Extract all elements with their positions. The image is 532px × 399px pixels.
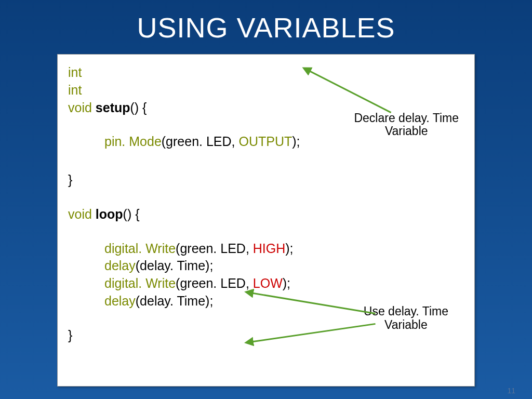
code-panel: int int void setup() { pin. Mode(green. …	[57, 54, 475, 387]
keyword-int: int	[68, 65, 82, 79]
annotation-declare: Declare delay. TimeVariable	[354, 112, 459, 138]
code-line-loop: void loop() {	[68, 206, 464, 223]
code-line-1: int	[68, 64, 464, 82]
code-brace-close-1: }	[68, 171, 464, 189]
close: );	[292, 134, 300, 149]
brace: }	[68, 172, 72, 187]
code-line-dw-high: digital. Write(green. LED, HIGH);	[68, 240, 464, 258]
func-delay: delay	[104, 258, 136, 273]
func-digitalwrite: digital. Write	[104, 241, 176, 256]
code-line-2: int	[68, 82, 464, 99]
arg-delaytime: (delay. Time);	[136, 258, 214, 273]
parens: () {	[123, 207, 140, 221]
close: );	[283, 276, 290, 290]
func-digitalwrite: digital. Write	[104, 276, 176, 290]
parens: () {	[130, 100, 147, 115]
const-high: HIGH	[253, 241, 286, 256]
func-delay: delay	[104, 294, 136, 308]
keyword-int: int	[68, 83, 82, 97]
code-line-delay-1: delay(delay. Time);	[68, 257, 464, 275]
func-setup: setup	[96, 100, 130, 115]
keyword-void: void	[68, 100, 92, 115]
code-line-dw-low: digital. Write(green. LED, LOW);	[68, 275, 464, 292]
arg-greenled: (green. LED,	[176, 241, 253, 256]
keyword-void: void	[68, 207, 92, 221]
close: );	[285, 241, 293, 256]
arg-greenled: (green. LED,	[176, 276, 253, 290]
func-pinmode: pin. Mode	[104, 134, 162, 149]
brace: }	[68, 328, 72, 342]
page-number: 11	[507, 387, 515, 395]
func-loop: loop	[96, 207, 123, 221]
slide-title: USING VARIABLES	[0, 0, 532, 44]
annotation-use: Use delay. TimeVariable	[364, 305, 448, 331]
arg-greenled: (green. LED,	[162, 134, 239, 149]
arg-delaytime: (delay. Time);	[136, 294, 214, 308]
const-output: OUTPUT	[238, 134, 292, 149]
const-low: LOW	[253, 276, 283, 290]
